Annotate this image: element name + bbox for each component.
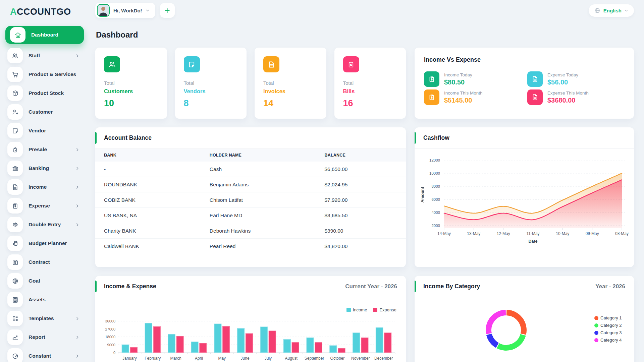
legend-label: Category 3 [600,330,622,335]
legend-item-category-1[interactable]: Category 1 [594,315,622,320]
sidebar-item-vendor[interactable]: Vendor [5,123,84,138]
bar-expense[interactable] [153,326,160,353]
floppy-icon [7,254,23,270]
chevron-right-icon [75,316,80,321]
panel-title: Income Vs Expense [424,56,625,63]
scale-icon [7,217,23,232]
sidebar-item-banking[interactable]: Banking [5,161,84,176]
ive-value: $80.50 [444,78,472,86]
disc-icon [7,348,23,362]
x-tick-label: July [265,356,272,361]
money-bag-icon [7,142,23,157]
table-row: -Cash$6,650.00 [95,162,406,177]
x-tick-label: August [285,356,298,361]
donut-segment-category-1[interactable] [506,313,524,334]
sidebar-item-customer[interactable]: Customer [5,104,84,120]
bar-income[interactable] [122,345,129,353]
bar-expense[interactable] [246,334,253,353]
home-icon [10,27,25,43]
sidebar-item-label: Expense [29,203,50,209]
sidebar-item-assets[interactable]: Assets [5,292,84,307]
y-tick-label: 0 [113,351,115,355]
x-tick-label: 11-May [526,231,539,236]
ive-label: Expense This Month [547,90,589,96]
income-vs-expense-grid: Income Today$80.50Expense Today$56.00Inc… [424,71,625,105]
sidebar-item-double-entry[interactable]: Double Entry [5,217,84,232]
legend-label: Income [353,307,367,312]
legend-swatch [346,308,351,312]
bar-income[interactable] [353,333,360,353]
sidebar-item-constant[interactable]: Constant [5,348,84,362]
bar-expense[interactable] [223,326,230,353]
bar-income[interactable] [330,346,337,353]
y-tick-label: 2000 [431,224,440,228]
sidebar-item-label: Double Entry [29,222,61,228]
x-tick-label: October [330,356,345,361]
bar-income[interactable] [168,334,175,353]
table-cell: Deborah Hawkins [201,223,316,239]
x-tick-label: June [241,356,250,361]
sidebar-item-product-services[interactable]: Product & Services [5,67,84,82]
account-balance-table: BANK HOLDER NAME BALANCE -Cash$6,650.00R… [95,149,406,254]
bar-income[interactable] [283,340,290,353]
sidebar-item-templates[interactable]: Templates [5,311,84,326]
bar-income[interactable] [237,328,245,353]
donut-segment-category-2[interactable] [498,335,523,348]
sidebar-item-product-stock[interactable]: Product Stock [5,85,84,101]
sidebar-item-label: Budget Planner [29,240,67,246]
ive-item-expense-today: Expense Today$56.00 [527,71,625,87]
donut-segment-category-4[interactable] [489,313,506,334]
bar-expense[interactable] [384,333,391,353]
x-tick-label: 12-May [497,231,510,236]
accountgo-dashboard: { "brand": { "logo_accent": "A", "logo_r… [0,0,644,362]
add-button[interactable] [160,3,175,18]
sidebar-item-report[interactable]: Report [5,329,84,345]
bar-income[interactable] [376,327,383,353]
sidebar-item-dashboard[interactable]: Dashboard [5,26,84,44]
sidebar-item-contract[interactable]: Contract [5,254,84,270]
user-menu[interactable]: Hi, WorkDo! [95,3,155,18]
sidebar-item-label: Presale [29,146,47,153]
sidebar-nav: DashboardStaffProduct & ServicesProduct … [5,26,84,362]
table-cell: $390.00 [316,223,406,239]
legend-label: Category 1 [600,315,622,320]
sidebar-item-label: Report [29,334,45,340]
bar-expense[interactable] [130,347,137,353]
bar-expense[interactable] [200,343,207,353]
bar-income[interactable] [145,323,152,353]
layout-icon [7,311,23,326]
x-tick-label: 14-May [437,231,451,236]
bar-expense[interactable] [315,342,322,353]
table-row: US BANK, NAEarl Hane MD$3,685.50 [95,208,406,223]
bar-expense[interactable] [176,336,183,353]
sidebar-item-budget-planner[interactable]: Budget Planner [5,236,84,251]
sidebar-item-label: Product Stock [29,90,64,96]
legend-item-income[interactable]: Income [346,307,367,312]
bar-income[interactable] [214,324,221,353]
legend-item-expense[interactable]: Expense [373,307,396,312]
language-selector[interactable]: English [589,4,634,17]
stat-value: 14 [263,98,318,109]
income-expense-chart: 09000180002700036000JanuaryFebruaryMarch… [101,320,400,362]
sidebar-item-income[interactable]: Income [5,179,84,195]
bar-income[interactable] [191,342,198,353]
table-cell: $2,024.95 [316,177,406,192]
bar-expense[interactable] [292,342,299,353]
donut-segment-category-3[interactable] [489,335,497,346]
bar-income[interactable] [307,338,314,353]
sidebar-item-goal[interactable]: Goal [5,273,84,289]
table-cell: Cash [201,162,316,177]
bar-expense[interactable] [269,331,276,353]
sidebar-item-staff[interactable]: Staff [5,48,84,63]
sidebar-item-presale[interactable]: Presale [5,142,84,157]
sidebar-item-expense[interactable]: Expense [5,198,84,214]
bar-expense[interactable] [361,338,368,353]
bar-expense[interactable] [338,348,345,353]
legend-item-category-3[interactable]: Category 3 [594,330,622,335]
ive-label: Expense Today [547,72,578,77]
table-cell: $3,685.50 [316,208,406,223]
legend-item-category-2[interactable]: Category 2 [594,323,622,328]
legend-item-category-4[interactable]: Category 4 [594,338,622,343]
bar-income[interactable] [260,327,267,353]
x-tick-label: 08-May [615,231,629,236]
